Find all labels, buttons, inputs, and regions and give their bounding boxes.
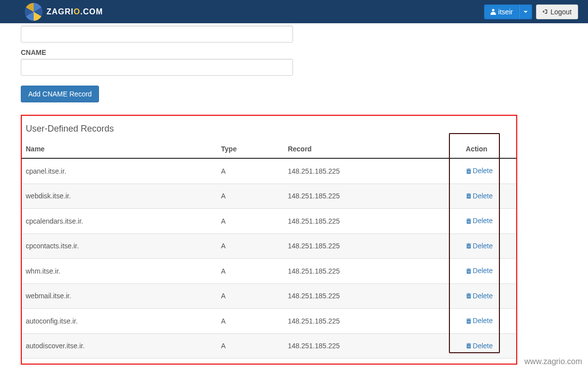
cell-name: autoconfig.itse.ir. <box>22 309 217 334</box>
delete-button[interactable]: Delete <box>466 342 492 350</box>
delete-button[interactable]: Delete <box>466 192 492 200</box>
records-table: Name Type Record Action cpanel.itse.ir.A… <box>22 140 516 359</box>
logout-button[interactable]: Logout <box>536 4 578 19</box>
table-row: cpanel.itse.ir.A148.251.185.225Delete <box>22 158 516 184</box>
cell-type: A <box>217 309 284 334</box>
trash-icon <box>466 218 472 224</box>
delete-button[interactable]: Delete <box>466 167 492 175</box>
logout-icon <box>542 9 548 15</box>
trash-icon <box>466 242 472 249</box>
header-type: Type <box>217 140 284 158</box>
table-row: autodiscover.itse.ir.A148.251.185.225Del… <box>22 333 516 359</box>
brand-suffix: .COM <box>80 7 103 16</box>
delete-label: Delete <box>473 217 492 225</box>
cell-record: 148.251.185.225 <box>284 184 452 209</box>
delete-label: Delete <box>473 317 492 325</box>
cell-record: 148.251.185.225 <box>284 158 452 184</box>
delete-label: Delete <box>473 167 492 175</box>
cell-name: cpcontacts.itse.ir. <box>22 233 217 259</box>
logout-label: Logout <box>550 8 572 16</box>
brand-prefix: ZAGRI <box>47 7 74 16</box>
nav-right: itseir Logout <box>484 4 578 19</box>
delete-label: Delete <box>473 292 492 300</box>
section-title: User-Defined Records <box>26 124 516 134</box>
delete-button[interactable]: Delete <box>466 292 492 300</box>
cell-type: A <box>217 184 284 209</box>
cname-label: CNAME <box>21 48 567 56</box>
caret-down-icon <box>524 11 528 13</box>
cell-type: A <box>217 233 284 259</box>
table-row: webmail.itse.ir.A148.251.185.225Delete <box>22 283 516 309</box>
trash-icon <box>466 168 472 174</box>
table-row: webdisk.itse.ir.A148.251.185.225Delete <box>22 184 516 209</box>
cell-name: autodiscover.itse.ir. <box>22 333 217 359</box>
table-row: cpcalendars.itse.ir.A148.251.185.225Dele… <box>22 209 516 234</box>
host-input[interactable] <box>21 26 293 43</box>
cell-name: webmail.itse.ir. <box>22 283 217 309</box>
cell-record: 148.251.185.225 <box>284 209 452 234</box>
logo-icon <box>25 3 43 21</box>
table-row: autoconfig.itse.ir.A148.251.185.225Delet… <box>22 309 516 334</box>
user-menu[interactable]: itseir <box>484 4 533 19</box>
top-navbar: ZAGRIO.COM itseir Logout <box>0 0 588 23</box>
user-label: itseir <box>498 8 513 16</box>
trash-icon <box>466 192 472 199</box>
header-record: Record <box>284 140 452 158</box>
user-icon <box>490 9 496 15</box>
cell-record: 148.251.185.225 <box>284 233 452 259</box>
cell-record: 148.251.185.225 <box>284 259 452 284</box>
cell-type: A <box>217 283 284 309</box>
brand-o: O <box>74 7 80 16</box>
cell-name: whm.itse.ir. <box>22 259 217 284</box>
delete-button[interactable]: Delete <box>466 267 492 275</box>
cell-type: A <box>217 259 284 284</box>
cell-type: A <box>217 209 284 234</box>
delete-button[interactable]: Delete <box>466 317 492 325</box>
cell-record: 148.251.185.225 <box>284 333 452 359</box>
cell-record: 148.251.185.225 <box>284 309 452 334</box>
cell-name: cpcalendars.itse.ir. <box>22 209 217 234</box>
add-cname-button[interactable]: Add CNAME Record <box>21 86 99 102</box>
brand-logo[interactable]: ZAGRIO.COM <box>25 3 103 21</box>
delete-label: Delete <box>473 267 492 275</box>
brand-text: ZAGRIO.COM <box>47 7 103 16</box>
records-section: User-Defined Records Name Type Record Ac… <box>21 115 517 365</box>
header-action: Action <box>452 140 516 158</box>
trash-icon <box>466 292 472 299</box>
cell-name: webdisk.itse.ir. <box>22 184 217 209</box>
delete-label: Delete <box>473 342 492 350</box>
watermark: www.zagrio.com <box>525 357 582 366</box>
cell-type: A <box>217 333 284 359</box>
delete-button[interactable]: Delete <box>466 217 492 225</box>
delete-label: Delete <box>473 242 492 250</box>
cell-record: 148.251.185.225 <box>284 283 452 309</box>
cell-name: cpanel.itse.ir. <box>22 158 217 184</box>
delete-button[interactable]: Delete <box>466 242 492 250</box>
delete-label: Delete <box>473 192 492 200</box>
trash-icon <box>466 342 472 349</box>
trash-icon <box>466 268 472 274</box>
cname-input[interactable] <box>21 59 293 76</box>
cell-type: A <box>217 158 284 184</box>
user-menu-caret[interactable] <box>519 4 532 19</box>
table-row: cpcontacts.itse.ir.A148.251.185.225Delet… <box>22 233 516 259</box>
header-name: Name <box>22 140 217 158</box>
table-row: whm.itse.ir.A148.251.185.225Delete <box>22 259 516 284</box>
trash-icon <box>466 318 472 324</box>
